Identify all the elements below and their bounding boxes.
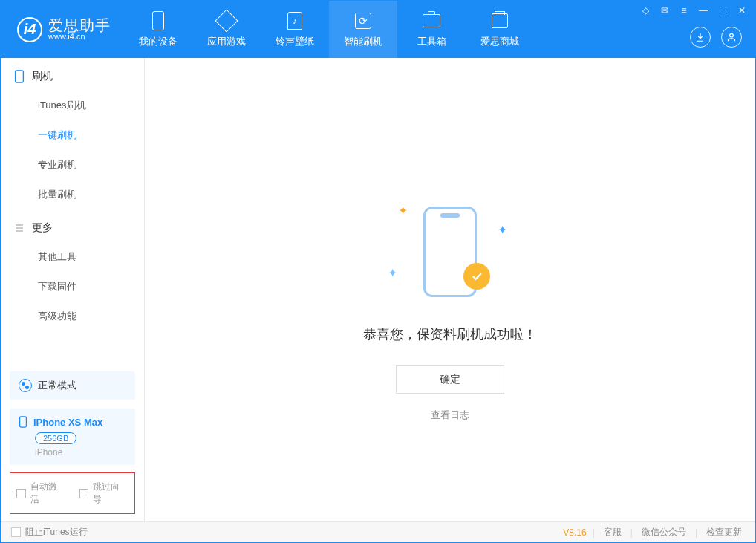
- sidebar-section-flash: 刷机: [1, 58, 144, 91]
- cube-icon: [215, 9, 238, 32]
- close-button[interactable]: ✕: [736, 5, 748, 16]
- checkbox-block-itunes[interactable]: 阻止iTunes运行: [11, 526, 88, 539]
- checkbox-auto-activate[interactable]: 自动激活: [16, 481, 66, 506]
- svg-rect-1: [16, 71, 24, 82]
- sidebar-item-download-firmware[interactable]: 下载固件: [1, 272, 144, 302]
- status-bar: 阻止iTunes运行 V8.16 | 客服 | 微信公众号 | 检查更新: [1, 521, 755, 542]
- options-row: 自动激活 跳过向导: [10, 472, 135, 514]
- sidebar-item-oneclick-flash[interactable]: 一键刷机: [1, 120, 144, 150]
- link-update[interactable]: 检查更新: [703, 526, 745, 539]
- logo-url: www.i4.cn: [48, 33, 111, 41]
- svg-rect-2: [20, 417, 27, 427]
- sidebar-item-batch-flash[interactable]: 批量刷机: [1, 180, 144, 209]
- sidebar-item-other-tools[interactable]: 其他工具: [1, 242, 144, 272]
- ok-button[interactable]: 确定: [396, 365, 504, 394]
- refresh-icon: [355, 13, 371, 29]
- tab-apps-games[interactable]: 应用游戏: [192, 1, 261, 58]
- phone-icon: [152, 11, 164, 30]
- briefcase-icon: [423, 14, 440, 27]
- tab-ringtone-wallpaper[interactable]: 铃声壁纸: [261, 1, 329, 58]
- link-wechat[interactable]: 微信公众号: [639, 526, 689, 539]
- sidebar-item-itunes-flash[interactable]: iTunes刷机: [1, 91, 144, 120]
- tab-my-device[interactable]: 我的设备: [124, 1, 192, 58]
- device-card[interactable]: iPhone XS Max 256GB iPhone: [10, 409, 135, 465]
- minimize-button[interactable]: —: [697, 5, 709, 16]
- mode-icon: [19, 379, 32, 392]
- tab-smart-flash[interactable]: 智能刷机: [329, 1, 397, 58]
- main-tabs: 我的设备 应用游戏 铃声壁纸 智能刷机 工具箱 爱思商城: [124, 1, 534, 58]
- music-icon: [287, 12, 302, 30]
- checkbox-skip-guide[interactable]: 跳过向导: [79, 481, 129, 506]
- device-phone-icon: [19, 416, 27, 428]
- sidebar: 刷机 iTunes刷机 一键刷机 专业刷机 批量刷机 更多 其他工具 下载固件 …: [1, 58, 145, 521]
- view-log-link[interactable]: 查看日志: [431, 409, 469, 422]
- list-icon: [14, 223, 25, 233]
- menu-icon[interactable]: ≡: [678, 5, 690, 16]
- main-panel: ✦ ✦ ✦ 恭喜您，保资料刷机成功啦！ 确定 查看日志: [145, 58, 755, 521]
- sidebar-item-advanced[interactable]: 高级功能: [1, 302, 144, 331]
- svg-point-0: [730, 33, 734, 37]
- shirt-icon[interactable]: ◇: [639, 5, 651, 16]
- tab-mall[interactable]: 爱思商城: [466, 1, 534, 58]
- tab-toolbox[interactable]: 工具箱: [397, 1, 466, 58]
- sidebar-item-pro-flash[interactable]: 专业刷机: [1, 150, 144, 180]
- window-controls: ◇ ✉ ≡ — ☐ ✕: [639, 5, 748, 16]
- sidebar-section-more: 更多: [1, 209, 144, 242]
- success-message: 恭喜您，保资料刷机成功啦！: [363, 325, 537, 343]
- logo-title: 爱思助手: [48, 18, 111, 33]
- link-support[interactable]: 客服: [601, 526, 625, 539]
- maximize-button[interactable]: ☐: [717, 5, 729, 16]
- device-capacity: 256GB: [35, 432, 76, 444]
- version-label: V8.16: [563, 527, 586, 538]
- phone-outline-icon: [14, 70, 25, 83]
- logo-icon: i4: [17, 17, 42, 42]
- app-header: i4 爱思助手 www.i4.cn 我的设备 应用游戏 铃声壁纸 智能刷机 工具…: [1, 1, 755, 58]
- success-illustration: ✦ ✦ ✦: [405, 207, 495, 303]
- logo: i4 爱思助手 www.i4.cn: [1, 17, 124, 42]
- mode-indicator[interactable]: 正常模式: [10, 371, 135, 400]
- shop-icon: [492, 13, 508, 28]
- download-icon[interactable]: [690, 27, 711, 48]
- feedback-icon[interactable]: ✉: [659, 5, 671, 16]
- device-type: iPhone: [19, 447, 126, 458]
- user-icon[interactable]: [721, 27, 742, 48]
- check-badge-icon: [463, 263, 490, 290]
